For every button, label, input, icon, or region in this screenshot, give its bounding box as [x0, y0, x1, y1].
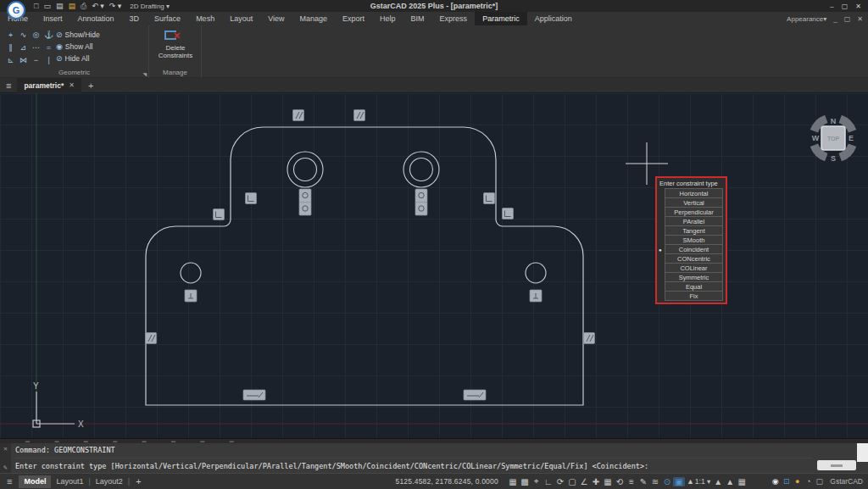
object-snap-3d-icon[interactable]: ∠: [578, 477, 590, 486]
ortho-icon[interactable]: ∟: [542, 477, 554, 486]
vertical-icon[interactable]: ∣: [43, 55, 54, 66]
grid-toggle-icon[interactable]: ▦: [507, 477, 519, 486]
model-paper-toggle-icon[interactable]: ▣: [673, 477, 685, 486]
horizontal-badge[interactable]: [243, 390, 265, 400]
isometric-draft-icon[interactable]: ▦: [602, 477, 614, 486]
dynamic-ucs-icon[interactable]: ⟲: [614, 477, 626, 486]
add-layout-button[interactable]: +: [130, 476, 147, 486]
perpendicular-badge[interactable]: [503, 208, 514, 219]
perpendicular-badge[interactable]: [214, 209, 225, 220]
tab-3d[interactable]: 3D: [122, 12, 147, 25]
annotation-scale-value[interactable]: 1:1 ▾: [695, 477, 710, 486]
child-restore-button[interactable]: ▢: [844, 15, 851, 23]
app-logo[interactable]: G: [7, 1, 25, 19]
hole-wing-left[interactable]: [181, 263, 201, 283]
fix-icon[interactable]: ⚓: [43, 30, 54, 41]
performance-gauge-icon[interactable]: ◔: [803, 477, 814, 486]
lineweight-icon[interactable]: ≡: [626, 477, 637, 486]
status-menu-icon[interactable]: ≡: [0, 476, 19, 486]
tab-mesh[interactable]: Mesh: [188, 12, 222, 25]
concentric-badge-stack[interactable]: [415, 189, 427, 215]
tangent-icon[interactable]: ⊿: [18, 42, 29, 53]
polar-tracking-icon[interactable]: ⟳: [554, 477, 566, 486]
tab-manage[interactable]: Manage: [292, 12, 336, 25]
tab-application[interactable]: Application: [527, 12, 580, 25]
coincident-icon[interactable]: ⌖: [5, 30, 16, 41]
annotation-visibility-icon[interactable]: ▲: [712, 477, 724, 486]
command-edit-icon[interactable]: ✎: [3, 464, 8, 471]
tab-view[interactable]: View: [260, 12, 292, 25]
horizontal-badge[interactable]: [464, 390, 486, 400]
command-scrollbar[interactable]: [857, 443, 868, 462]
tab-annotation[interactable]: Annotation: [70, 12, 122, 25]
nav-cube[interactable]: N W E S TOP: [812, 117, 854, 163]
parallel-badge[interactable]: [584, 333, 595, 344]
concentric-icon[interactable]: ◎: [31, 30, 42, 41]
view-table-icon[interactable]: ▦: [736, 477, 748, 486]
tab-bim[interactable]: BIM: [403, 12, 432, 25]
document-menu-icon[interactable]: ≡: [0, 81, 17, 91]
restore-button[interactable]: ▢: [842, 3, 849, 10]
child-minimize-button[interactable]: _: [833, 15, 837, 23]
fix-badge[interactable]: [185, 290, 197, 302]
command-prompt[interactable]: Enter constraint type [Horizontal/Vertic…: [15, 458, 812, 473]
object-snap-icon[interactable]: ▢: [566, 477, 578, 486]
parallel-badge[interactable]: [293, 110, 304, 121]
snap-tracking-icon[interactable]: ✚: [590, 477, 602, 486]
annotation-autoscale-icon[interactable]: ▲: [724, 477, 736, 486]
selection-cycling-icon[interactable]: ≋: [649, 477, 661, 486]
zoom-icon[interactable]: ⊙: [661, 477, 673, 486]
close-button[interactable]: ✕: [855, 3, 861, 10]
tab-insert[interactable]: Insert: [36, 12, 70, 25]
child-close-button[interactable]: ✕: [857, 15, 863, 23]
snap-toggle-icon[interactable]: ▩: [519, 477, 531, 486]
part-outline[interactable]: [146, 127, 583, 405]
minimize-button[interactable]: –: [830, 3, 833, 10]
parallel-badge[interactable]: [146, 333, 157, 344]
parallel-icon[interactable]: ∥: [5, 42, 16, 53]
show-hide-button[interactable]: ⊘ Show/Hide: [56, 29, 100, 41]
tab-surface[interactable]: Surface: [147, 12, 188, 25]
document-tab-parametric[interactable]: parametric* ✕: [17, 78, 81, 93]
quick-properties-icon[interactable]: ✎: [637, 477, 649, 486]
tab-express[interactable]: Express: [432, 12, 476, 25]
layout1-tab[interactable]: Layout1: [51, 475, 88, 488]
equal-icon[interactable]: =: [43, 42, 54, 53]
menu-item-fix[interactable]: Fix: [665, 291, 723, 301]
command-close-icon[interactable]: ✕: [3, 445, 8, 453]
hide-all-button[interactable]: ⊘ Hide All: [56, 53, 100, 64]
command-window[interactable]: ✕ ✎ Command: GEOMCONSTRAINT Enter constr…: [0, 443, 868, 473]
show-all-button[interactable]: ◉ Show All: [56, 41, 100, 53]
delete-constraints-button[interactable]: ✕ Delete Constraints: [153, 28, 198, 59]
appearance-dropdown[interactable]: Appearance▾: [787, 15, 826, 23]
model-tab[interactable]: Model: [19, 475, 51, 488]
perpendicular-badge[interactable]: [246, 193, 257, 204]
hole-wing-right[interactable]: [526, 263, 546, 283]
layout2-tab[interactable]: Layout2: [91, 475, 128, 488]
drawing-canvas[interactable]: Y X N W E S TOP: [0, 93, 868, 438]
tab-close-icon[interactable]: ✕: [69, 81, 75, 89]
display-settings-icon[interactable]: ⊡: [781, 477, 792, 486]
new-document-tab-button[interactable]: +: [81, 81, 100, 91]
hole-right[interactable]: [403, 152, 439, 187]
hole-left[interactable]: [287, 152, 323, 187]
horizontal-icon[interactable]: −: [31, 55, 42, 66]
snap-mode-icon[interactable]: ⌖: [531, 476, 542, 486]
parallel-badge[interactable]: [354, 110, 365, 121]
status-center-icon[interactable]: ◉: [770, 477, 781, 486]
perpendicular-badge[interactable]: [484, 193, 495, 204]
perpendicular-icon[interactable]: ⊾: [5, 55, 16, 66]
tab-parametric[interactable]: Parametric: [475, 12, 527, 25]
tab-help[interactable]: Help: [372, 12, 403, 25]
tips-bulb-icon[interactable]: ●: [792, 477, 803, 486]
collinear-icon[interactable]: ⋯: [31, 42, 42, 53]
panel-launcher-icon[interactable]: ◥: [142, 71, 147, 77]
fix-badge[interactable]: [530, 290, 542, 302]
symmetric-icon[interactable]: ⋈: [18, 55, 29, 66]
concentric-badge-stack[interactable]: [299, 189, 311, 215]
tab-layout[interactable]: Layout: [222, 12, 260, 25]
tab-export[interactable]: Export: [335, 12, 372, 25]
annotation-scale-control[interactable]: ▲ 1:1 ▾: [687, 477, 710, 486]
clean-screen-icon[interactable]: ▢: [814, 477, 825, 486]
smooth-icon[interactable]: ∿: [18, 30, 29, 41]
